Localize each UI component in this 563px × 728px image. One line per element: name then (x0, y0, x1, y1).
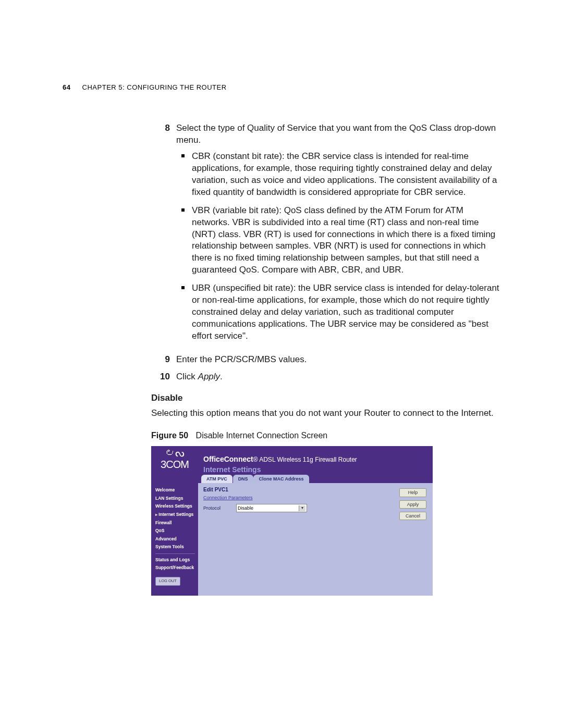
apply-word: Apply (198, 372, 221, 381)
tab-row: ATM PVC DNS Clone MAC Address (151, 475, 433, 483)
step-9: 9 Enter the PCR/SCR/MBS values. (151, 354, 500, 366)
main-panel: Edit PVC1 Connection Parameters Protocol… (198, 483, 433, 596)
page-number: 64 (63, 83, 70, 91)
brand-swirl-icon: ౿ᔓ (151, 448, 198, 458)
brand-cell: ౿ᔓ 3COM (151, 446, 198, 475)
step-8: 8 Select the type of Quality of Service … (151, 122, 500, 349)
apply-button[interactable]: Apply (399, 500, 426, 509)
protocol-label: Protocol (203, 505, 221, 511)
protocol-value: Disable (238, 505, 253, 511)
sidebar-item-wireless[interactable]: Wireless Settings (155, 503, 195, 509)
title-cell: OfficeConnect® ADSL Wireless 11g Firewal… (198, 451, 433, 475)
step-number: 8 (151, 122, 176, 349)
chapter-title: CHAPTER 5: CONFIGURING THE ROUTER (82, 83, 227, 91)
sidebar-item-qos[interactable]: QoS (155, 528, 195, 534)
running-header: 64 CHAPTER 5: CONFIGURING THE ROUTER (63, 83, 500, 91)
sidebar-item-internet[interactable]: Internet Settings (155, 512, 195, 518)
figure-caption: Figure 50 Disable Internet Connection Sc… (151, 430, 500, 441)
cancel-button[interactable]: Cancel (399, 512, 426, 520)
tab-clone-mac[interactable]: Clone MAC Address (253, 475, 309, 483)
router-ui-screenshot: ౿ᔓ 3COM OfficeConnect® ADSL Wireless 11g… (151, 446, 433, 596)
disable-paragraph: Selecting this option means that you do … (151, 408, 500, 419)
action-buttons: Help Apply Cancel (399, 488, 426, 520)
qos-class-list: CBR (constant bit rate): the CBR service… (176, 151, 500, 342)
figure-caption-text: Disable Internet Connection Screen (196, 431, 328, 440)
router-header: ౿ᔓ 3COM OfficeConnect® ADSL Wireless 11g… (151, 446, 433, 475)
panel-title: Edit PVC1 (203, 486, 427, 493)
step-9-text: Enter the PCR/SCR/MBS values. (176, 354, 500, 366)
logout-button[interactable]: LOG OUT (155, 577, 180, 585)
help-button[interactable]: Help (399, 488, 426, 497)
product-line: OfficeConnect® ADSL Wireless 11g Firewal… (203, 454, 433, 464)
sidebar-divider (155, 553, 195, 554)
sidebar-item-lan[interactable]: LAN Settings (155, 496, 195, 501)
step-10: 10 Click Apply. (151, 371, 500, 383)
step-number: 10 (151, 371, 176, 383)
list-item: VBR (variable bit rate): QoS class defin… (176, 205, 500, 277)
sidebar: Welcome LAN Settings Wireless Settings I… (151, 483, 198, 596)
panel-subtitle: Connection Parameters (203, 495, 427, 501)
step-8-intro: Select the type of Quality of Service th… (176, 123, 496, 145)
product-bold: OfficeConnect (203, 455, 253, 463)
list-item: CBR (constant bit rate): the CBR service… (176, 151, 500, 199)
brand-name: 3COM (151, 458, 198, 472)
list-item: UBR (unspecified bit rate): the UBR serv… (176, 282, 500, 342)
chevron-down-icon: ▾ (299, 505, 305, 511)
tab-atm-pvc[interactable]: ATM PVC (201, 475, 232, 483)
protocol-dropdown[interactable]: Disable ▾ (236, 504, 307, 512)
tab-dns[interactable]: DNS (233, 475, 253, 483)
sidebar-item-welcome[interactable]: Welcome (155, 487, 195, 493)
step-10-text: Click Apply. (176, 371, 500, 383)
protocol-row: Protocol Disable ▾ (203, 504, 427, 512)
sidebar-item-support[interactable]: Support/Feedback (155, 565, 195, 571)
product-desc: ADSL Wireless 11g Firewall Router (259, 456, 357, 463)
section-title: Internet Settings (203, 465, 433, 475)
disable-heading: Disable (151, 392, 500, 404)
sidebar-item-firewall[interactable]: Firewall (155, 520, 195, 526)
figure-label: Figure 50 (151, 431, 188, 440)
step-number: 9 (151, 354, 176, 366)
sidebar-item-system-tools[interactable]: System Tools (155, 544, 195, 550)
product-rest: ® (253, 456, 258, 463)
sidebar-item-advanced[interactable]: Advanced (155, 536, 195, 542)
sidebar-item-status[interactable]: Status and Logs (155, 557, 195, 563)
